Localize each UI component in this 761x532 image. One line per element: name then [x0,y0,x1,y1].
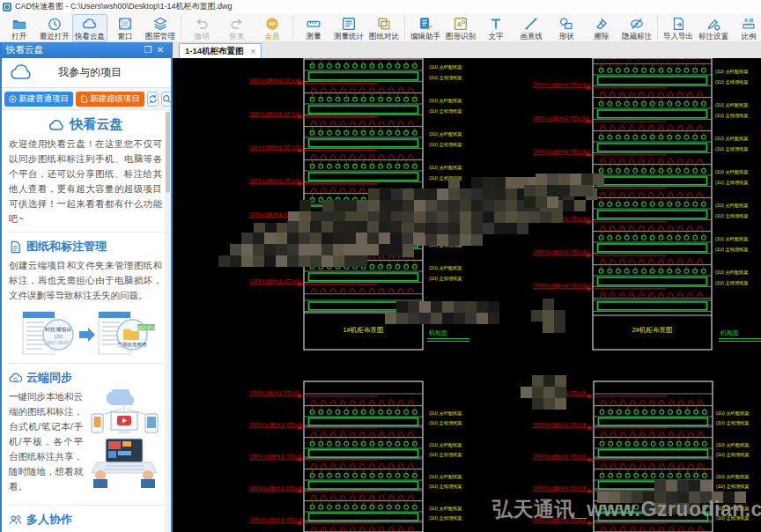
cloud-panel-content: 快看云盘 欢迎使用快看云盘！在这里您不仅可以同步图纸和标注到手机、电脑等各个平台… [2,110,171,532]
open-folder-icon [11,16,27,32]
toolbar-item-label: 形状 [559,32,574,41]
svg-text:ODF3光缆配线架 6芯光缆-2: ODF3光缆配线架 6芯光缆-2 [249,111,304,117]
toolbar-eraser-button[interactable]: 擦除 [584,14,619,42]
section-divider [7,232,166,233]
main-toolbar: 打开最近打开快看云盘窗口图层管理撤销恢复VIP会员测量测量统计图纸对比编辑助手A… [0,13,761,42]
cad-drawing-canvas[interactable]: (1U) 光纤配线架(1U) 走线理线架(1U) 光纤配线架(1U) 走线理线架… [173,58,761,532]
svg-text:(1U) 光纤配线架: (1U) 光纤配线架 [429,131,462,137]
annotation-settings-icon [706,16,721,32]
toolbar-window-button[interactable]: 窗口 [107,14,143,42]
svg-text:(1U) 光纤配线架: (1U) 光纤配线架 [715,102,748,108]
svg-text:(1U) 光纤配线架: (1U) 光纤配线架 [716,474,749,480]
new-normal-project-button[interactable]: 新建普通项目 [4,92,73,107]
cloud-panel-heading: 快看云盘 [9,116,162,133]
app-icon [3,3,11,11]
shape-recognition-icon: A [453,16,469,32]
section-text: 创建云端项目和文件夹来管理图纸和标注，再也无需担心由于电脑损坏，文件误删等导致标… [9,258,162,303]
toolbar-draw-line-button[interactable]: 画直线 [513,14,549,42]
svg-text:2017-07-07: 2017-07-07 [137,326,155,330]
svg-text:ODF10光缆配线架 6芯光缆: ODF10光缆配线架 6芯光缆 [249,422,303,428]
toolbar-item-label: 窗口 [118,32,133,41]
draw-line-icon [523,16,539,32]
svg-text:(1U) 走线理线架: (1U) 走线理线架 [429,484,462,490]
eraser-icon [594,16,610,32]
svg-text:(1U) 走线理线架: (1U) 走线理线架 [429,108,462,115]
scrollbar-thumb[interactable] [166,112,170,193]
toolbar-item-label: 编辑助手 [410,32,440,41]
cloud-panel-titlebar: 快看云盘 ❐ ✕ [2,42,171,58]
section-title: 多人协作 [26,512,72,528]
toolbar-layers-button[interactable]: 图层管理 [143,14,178,42]
toolbar-item-label: 图形识别 [446,32,476,41]
toolbar-text-button[interactable]: 文字 [478,14,513,42]
toolbar-measure-stats-button[interactable]: 测量统计 [331,14,366,42]
toolbar-cloud-drive-button[interactable]: 快看云盘 [72,14,107,42]
sync-button[interactable] [147,92,159,107]
toolbar-redo-button[interactable]: 恢复 [219,14,255,42]
cloud-icon [9,64,35,82]
toolbar-shapes-button[interactable]: 形状 [549,14,584,42]
svg-text:ODF9光缆配线架 6芯光缆: ODF9光缆配线架 6芯光缆 [249,390,301,396]
window-icon [117,16,133,32]
cloud-icon [48,119,66,131]
cloud-drive-icon [82,16,98,32]
import-export-icon [670,16,686,32]
people-icon [9,514,22,527]
tab-close-icon[interactable]: × [251,47,256,56]
search-button[interactable] [161,92,173,107]
svg-text:ODF12光缆配线架 6芯光缆: ODF12光缆配线架 6芯光缆 [249,485,303,491]
toolbar-scale-button[interactable]: A:B比例 [731,14,761,42]
svg-text:(1U) 走线理线架: (1U) 走线理线架 [716,452,749,458]
sidebar-scrollbar[interactable] [165,110,171,532]
toolbar-shape-recognition-button[interactable]: A图形识别 [443,14,478,42]
my-projects-row[interactable]: 我参与的项目 [2,58,171,88]
shapes-icon [558,16,574,32]
toolbar-edit-assistant-button[interactable]: 编辑助手 [408,14,443,42]
svg-text:(1U) 光纤配线架: (1U) 光纤配线架 [715,136,748,142]
search-icon [162,94,172,104]
svg-text:(1U) 走线理线架: (1U) 走线理线架 [715,146,748,152]
toolbar-measure-button[interactable]: 测量 [296,14,331,42]
svg-text:(1U) 光纤配线架: (1U) 光纤配线架 [429,265,462,271]
hide-annotation-icon [629,16,645,32]
toolbar-separator [404,15,405,40]
svg-text:(1U) 光纤配线架: (1U) 光纤配线架 [715,236,748,242]
svg-text:(1U) 走线理线架: (1U) 走线理线架 [715,180,748,186]
drawing-tab[interactable]: 1-14机柜布置图 × [179,43,262,58]
toolbar-open-folder-button[interactable]: 打开 [2,14,37,42]
toolbar-vip-button[interactable]: VIP会员 [255,14,290,42]
close-icon[interactable]: ✕ [154,44,166,56]
svg-text:VIP: VIP [269,22,277,26]
toolbar-import-export-button[interactable]: 导入导出 [661,14,696,42]
svg-text:(1U) 光纤配线架: (1U) 光纤配线架 [429,410,462,417]
svg-text:ODF4光缆配线架 6芯光缆-2: ODF4光缆配线架 6芯光缆-2 [249,144,304,151]
toolbar-undo-button[interactable]: 撤销 [184,14,219,42]
cloud-panel-title: 快看云盘 [6,44,142,56]
svg-text:(1U) 光纤配线架: (1U) 光纤配线架 [715,203,748,209]
svg-text:ODF8光缆配线架 6芯光缆-2: ODF8光缆配线架 6芯光缆-2 [249,278,304,284]
toolbar-item-label: 图层管理 [145,32,175,41]
svg-text:ODF19光缆配线架 6芯光缆: ODF19光缆配线架 6芯光缆 [533,454,587,460]
toolbar-annotation-settings-button[interactable]: 标注设置 [696,14,731,42]
new-super-project-button[interactable]: 新建超级项目 [76,92,144,107]
svg-text:(1U) 走线理线架: (1U) 走线理线架 [429,276,462,282]
toolbar-drawing-compare-button[interactable]: 图纸对比 [366,14,402,42]
section-header-doc: 图纸和标注管理 [9,239,162,255]
svg-text:(1U) 光纤配线架: (1U) 光纤配线架 [716,442,749,448]
toolbar-hide-annotation-button[interactable]: 隐藏标注 [619,14,654,42]
text-icon [488,16,504,32]
toolbar-recent-open-button[interactable]: 最近打开 [37,14,72,42]
undock-icon[interactable]: ❐ [142,44,154,56]
sync-icon [148,94,158,104]
drawing-compare-icon [376,16,392,32]
svg-text:(1U) 走线理线架: (1U) 走线理线架 [715,79,748,85]
svg-text:(1U) 光纤配线架: (1U) 光纤配线架 [715,69,748,75]
svg-text:(1U) 光纤配线架: (1U) 光纤配线架 [716,410,749,417]
toolbar-item-label: 测量统计 [334,32,364,41]
svg-text:1/10: 1/10 [54,334,63,339]
section-text: 一键同步本地和云端的图纸和标注，台式机/笔记本/手机/平板，各个平台图纸标注共享… [9,389,83,494]
toolbar-item-label: 导入导出 [663,32,693,41]
toolbar-item-label: 文字 [489,32,504,41]
toolbar-item-label: 标注设置 [698,32,728,41]
toolbar-item-label: 打开 [12,32,27,41]
